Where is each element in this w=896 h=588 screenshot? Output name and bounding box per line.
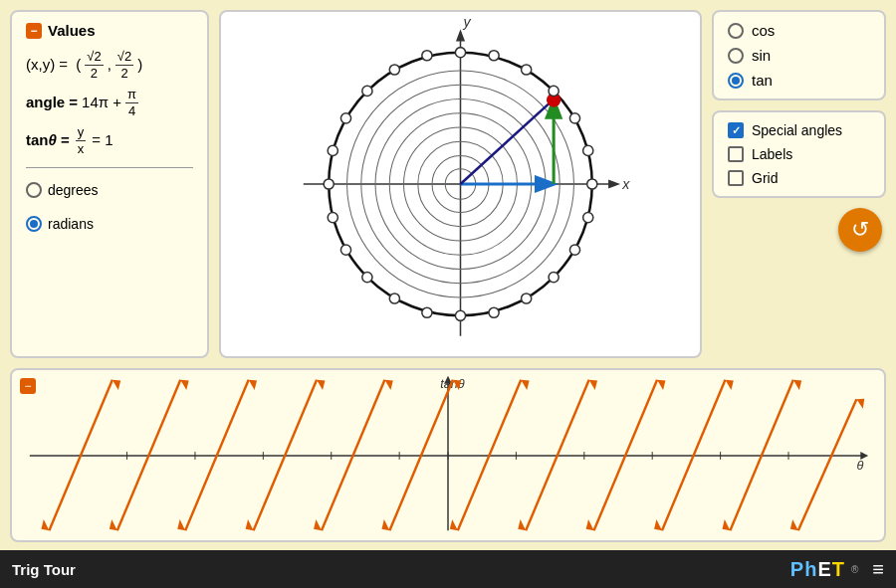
grid-checkbox[interactable] — [728, 170, 744, 186]
phet-t: T — [832, 558, 845, 580]
angle-fraction: π 4 — [125, 87, 138, 118]
special-angle-0[interactable] — [587, 179, 597, 189]
special-angle-210[interactable] — [340, 245, 350, 255]
special-angle-60[interactable] — [522, 65, 532, 75]
labels-option[interactable]: Labels — [728, 146, 870, 162]
values-panel: − Values (x,y) = ( √2 2 , √2 2 ) — [10, 10, 209, 358]
labels-checkbox[interactable] — [728, 146, 744, 162]
tan-display: tanθ = y x = 1 — [26, 124, 193, 156]
special-angle-165[interactable] — [328, 145, 337, 155]
cos-radio-item[interactable]: cos — [728, 22, 870, 39]
graph-collapse-button[interactable]: − — [20, 378, 36, 394]
tan-fraction: y x — [76, 124, 87, 156]
x-value-fraction: √2 2 — [85, 49, 103, 81]
special-angles-option[interactable]: Special angles — [728, 122, 870, 138]
phet-registered: ® — [851, 564, 858, 575]
tan-graph-svg: tanθ θ — [12, 370, 884, 540]
labels-label: Labels — [752, 146, 792, 162]
degrees-radio-circle[interactable] — [26, 182, 42, 198]
special-angle-315[interactable] — [549, 273, 559, 283]
special-angle-240[interactable] — [389, 294, 399, 303]
special-angle-255[interactable] — [422, 307, 432, 317]
special-angle-270[interactable] — [455, 310, 465, 320]
y-axis-label: y — [463, 14, 472, 30]
special-angle-120[interactable] — [389, 65, 399, 75]
cos-label: cos — [752, 22, 775, 39]
special-angle-105[interactable] — [422, 51, 432, 61]
refresh-button[interactable]: ↺ — [838, 208, 882, 252]
sin-label: sin — [752, 47, 771, 64]
trig-radio-group: cos sin tan — [728, 22, 870, 89]
tan-graph-x-label: θ — [856, 459, 863, 473]
special-angle-195[interactable] — [328, 212, 337, 222]
grid-label: Grid — [752, 170, 778, 186]
trig-select-panel: cos sin tan — [712, 10, 886, 100]
right-panel: cos sin tan Special angles — [712, 10, 886, 358]
phet-ph: Ph — [790, 558, 818, 580]
divider — [26, 167, 193, 168]
special-angle-285[interactable] — [489, 307, 499, 317]
special-angle-45[interactable] — [549, 86, 559, 96]
radians-radio[interactable]: radians — [26, 210, 193, 238]
angle-display: angle = 14π + π 4 — [26, 87, 193, 118]
special-angle-30[interactable] — [569, 113, 579, 123]
special-angle-75[interactable] — [489, 51, 499, 61]
special-angle-15[interactable] — [583, 145, 593, 155]
values-collapse-button[interactable]: − — [26, 23, 42, 39]
y-value-fraction: √2 2 — [115, 49, 133, 81]
app-title: Trig Tour — [12, 561, 76, 578]
values-header: − Values — [26, 22, 193, 39]
tan-graph-panel[interactable]: − tanθ θ — [10, 368, 886, 542]
special-angle-345[interactable] — [583, 212, 593, 222]
x-axis-label: x — [621, 176, 630, 192]
tan-label: tan — [752, 72, 773, 89]
special-angles-label: Special angles — [752, 122, 842, 138]
unit-circle-panel[interactable]: x y — [219, 10, 702, 358]
options-list: Special angles Labels Grid — [728, 122, 870, 186]
special-angle-300[interactable] — [522, 294, 532, 303]
cos-radio-circle[interactable] — [728, 23, 744, 39]
special-angle-150[interactable] — [340, 113, 350, 123]
tan-radio-circle[interactable] — [728, 73, 744, 89]
phet-logo: PhET ® ≡ — [790, 558, 884, 581]
phet-e: E — [817, 558, 831, 580]
footer-bar: Trig Tour PhET ® ≡ — [0, 550, 896, 588]
unit-circle-svg: x y — [221, 12, 700, 356]
radians-radio-circle[interactable] — [26, 216, 42, 232]
values-title: Values — [48, 22, 96, 39]
sin-radio-item[interactable]: sin — [728, 47, 870, 64]
tan-segment-12 — [798, 399, 857, 530]
options-panel: Special angles Labels Grid — [712, 110, 886, 198]
grid-option[interactable]: Grid — [728, 170, 870, 186]
special-angle-135[interactable] — [362, 86, 372, 96]
degrees-radio[interactable]: degrees — [26, 176, 193, 204]
coordinate-display: (x,y) = ( √2 2 , √2 2 ) — [26, 49, 193, 81]
hamburger-menu[interactable]: ≡ — [872, 558, 884, 581]
tan-radio-item[interactable]: tan — [728, 72, 870, 89]
sin-radio-circle[interactable] — [728, 48, 744, 64]
phet-text: PhET — [790, 558, 845, 581]
special-angle-330[interactable] — [569, 245, 579, 255]
special-angle-180[interactable] — [324, 179, 334, 189]
special-angle-225[interactable] — [362, 273, 372, 283]
angle-unit-group: degrees radians — [26, 176, 193, 238]
special-angle-90[interactable] — [455, 48, 465, 58]
special-angles-checkbox[interactable] — [728, 122, 744, 138]
